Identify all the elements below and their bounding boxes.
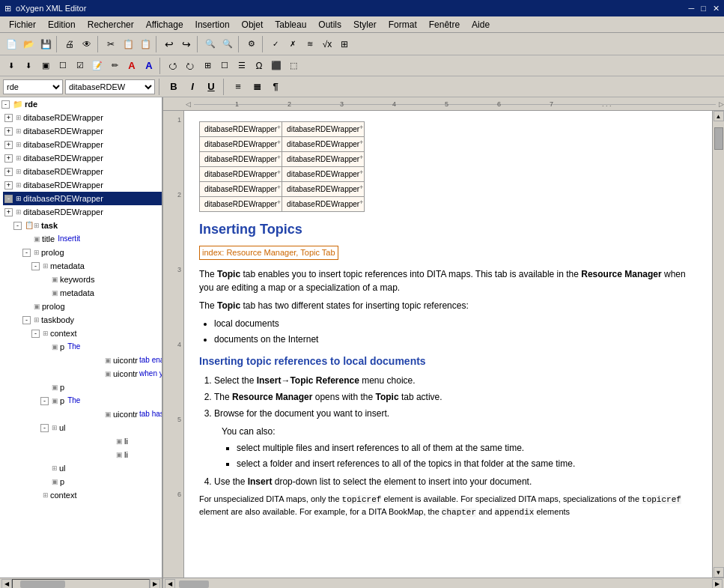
tb2-grid[interactable]: ⊞ <box>199 58 216 74</box>
tree-item-p4[interactable]: ▣ p <box>39 475 162 488</box>
tb2-btn9[interactable]: A <box>141 58 157 74</box>
maximize-btn[interactable]: □ <box>701 4 706 13</box>
menu-styler[interactable]: Styler <box>347 18 383 31</box>
tree-item-metadata2[interactable]: ▣ metadata <box>39 286 162 300</box>
schema-btn[interactable]: ≋ <box>302 36 318 52</box>
tree-item-p3[interactable]: - ▣ p The <box>39 394 162 407</box>
new-btn[interactable]: 📄 <box>3 36 19 52</box>
menu-fichier[interactable]: Fichier <box>3 18 42 31</box>
table-plus[interactable]: + <box>359 138 363 148</box>
expand-task[interactable]: - <box>13 222 22 230</box>
paste-btn[interactable]: 📋 <box>137 36 153 52</box>
find-btn[interactable]: 🔍 <box>202 36 219 52</box>
tree-item-wrapper1[interactable]: + ⊞ ditabaseRDEWrapper <box>3 111 162 124</box>
doc-content[interactable]: ditabaseRDEWrapper+ ditabaseRDEWrapper+ … <box>184 111 712 578</box>
redo-btn[interactable]: ↪ <box>178 36 195 52</box>
table-plus[interactable]: + <box>277 123 281 133</box>
tree-item-metadata[interactable]: - ⊞ metadata <box>30 259 162 273</box>
tb2-btn3[interactable]: ▣ <box>37 58 54 74</box>
font-select[interactable]: ditabaseRDEW <box>65 79 155 94</box>
doc-scroll-right[interactable]: ▶ <box>712 579 723 589</box>
save-btn[interactable]: 💾 <box>37 36 54 52</box>
menu-tableau[interactable]: Tableau <box>269 18 312 31</box>
replace-btn[interactable]: 🔍 <box>219 36 236 52</box>
tree-item-wrapper8[interactable]: + ⊞ ditabaseRDEWrapper <box>3 205 162 219</box>
expand-w1[interactable]: + <box>4 114 13 122</box>
table-plus[interactable]: + <box>359 123 363 133</box>
tb2-btn2[interactable]: ⬇ <box>20 58 37 74</box>
table-plus[interactable]: + <box>359 168 363 178</box>
cut-btn[interactable]: ✂ <box>103 36 119 52</box>
tb2-omega[interactable]: Ω <box>251 58 267 74</box>
preview-btn[interactable]: 👁 <box>79 36 95 52</box>
tree-item-context1[interactable]: - ⊞ context <box>30 327 162 340</box>
open-btn[interactable]: 📂 <box>20 36 37 52</box>
table-plus[interactable]: + <box>277 168 281 178</box>
tree-item-uicontr3[interactable]: ▣ uicontr tab has tw <box>48 407 162 421</box>
hscroll-bar[interactable] <box>12 579 150 589</box>
tree-item-p2[interactable]: ▣ p <box>39 381 162 394</box>
tree-item-p1[interactable]: ▣ p The <box>39 340 162 354</box>
tree-item-task[interactable]: - 📋 ⊞ task <box>12 219 162 232</box>
doc-scroll-left[interactable]: ◀ <box>165 579 175 589</box>
tree-item-wrapper6[interactable]: + ⊞ ditabaseRDEWrapper <box>3 178 162 192</box>
italic-btn[interactable]: I <box>184 79 201 95</box>
expand-w4[interactable]: + <box>4 154 13 163</box>
table-plus[interactable]: + <box>277 153 281 163</box>
tree-item-keywords[interactable]: ▣ keywords <box>39 273 162 286</box>
print-btn[interactable]: 🖨 <box>61 36 78 52</box>
tb2-lines[interactable]: ☰ <box>234 58 250 74</box>
tree-item-wrapper2[interactable]: + ⊞ ditabaseRDEWrapper <box>3 124 162 138</box>
expand-p3[interactable]: - <box>40 397 49 405</box>
bold-btn[interactable]: B <box>165 79 182 95</box>
tree-item-wrapper3[interactable]: + ⊞ ditabaseRDEWrapper <box>3 138 162 151</box>
title-bar-controls[interactable]: ─ □ ✕ <box>688 4 720 13</box>
tb2-btn5[interactable]: ☑ <box>72 58 88 74</box>
expand-w2[interactable]: + <box>4 127 13 136</box>
scroll-up-btn[interactable]: ▲ <box>714 111 724 121</box>
menu-aide[interactable]: Aide <box>466 18 496 31</box>
settings-btn[interactable]: ⚙ <box>243 36 260 52</box>
menu-fenetre[interactable]: Fenêtre <box>423 18 466 31</box>
tb2-refresh[interactable]: ⭯ <box>165 58 181 74</box>
expand-w3[interactable]: + <box>4 141 13 149</box>
tree-item-wrapper4[interactable]: + ⊞ ditabaseRDEWrapper <box>3 151 162 165</box>
extra-btn[interactable]: ⊞ <box>336 36 353 52</box>
doc-hscroll[interactable]: ◀ ▶ <box>163 578 724 588</box>
menu-rechercher[interactable]: Rechercher <box>82 18 140 31</box>
table-plus[interactable]: + <box>359 183 363 193</box>
table-plus[interactable]: + <box>359 198 363 208</box>
tree-item-li2[interactable]: ▣ li <box>48 448 162 461</box>
tree-item-taskbody[interactable]: - ⊞ taskbody <box>21 313 162 327</box>
expand-w6[interactable]: + <box>4 181 13 190</box>
tb2-btn1[interactable]: ⬇ <box>3 58 19 74</box>
scroll-left[interactable]: ◀ <box>1 579 12 589</box>
menu-insertion[interactable]: Insertion <box>189 18 236 31</box>
tree-item-rde[interactable]: - 📁 rde <box>0 97 162 111</box>
scroll-down-btn[interactable]: ▼ <box>714 567 724 578</box>
scroll-right[interactable]: ▶ <box>150 579 160 589</box>
expand-metadata[interactable]: - <box>31 262 40 270</box>
expand-prolog1[interactable]: - <box>22 249 31 257</box>
tree-item-ul2[interactable]: ⊞ ul <box>39 461 162 475</box>
num-list-btn[interactable]: ≣ <box>249 79 265 95</box>
tree-item-wrapper7[interactable]: - ⊞ ditabaseRDEWrapper <box>3 192 162 205</box>
menu-edition[interactable]: Edition <box>42 18 82 31</box>
tree-item-wrapper5[interactable]: + ⊞ ditabaseRDEWrapper <box>3 165 162 178</box>
menu-outils[interactable]: Outils <box>312 18 347 31</box>
minimize-btn[interactable]: ─ <box>688 4 694 13</box>
tree-hscroll[interactable]: ◀ ▶ <box>0 578 162 588</box>
bullet-list-btn[interactable]: ≡ <box>230 79 246 95</box>
table-plus[interactable]: + <box>277 198 281 208</box>
tb2-square[interactable]: ☐ <box>216 58 233 74</box>
table-plus[interactable]: + <box>359 153 363 163</box>
expand-ul1[interactable]: - <box>40 424 49 432</box>
style-select[interactable]: rde <box>3 79 63 94</box>
expand-context1[interactable]: - <box>31 330 40 338</box>
tree-item-title[interactable]: ▣ title Insertit <box>21 232 162 246</box>
tb2-extra2[interactable]: ⬚ <box>285 58 302 74</box>
table-plus[interactable]: + <box>277 138 281 148</box>
tb2-redo[interactable]: ⭮ <box>182 58 198 74</box>
expand-w7[interactable]: - <box>4 195 13 203</box>
expand-w8[interactable]: + <box>4 208 13 216</box>
